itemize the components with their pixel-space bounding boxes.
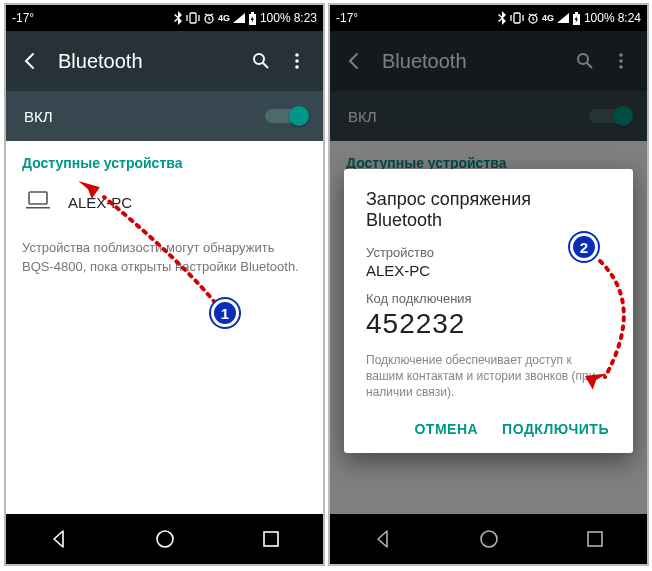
- svg-rect-10: [264, 532, 278, 546]
- svg-point-7: [295, 65, 299, 69]
- battery-icon: [248, 12, 257, 25]
- page-title: Bluetooth: [46, 50, 243, 73]
- temperature: -17°: [336, 11, 358, 25]
- svg-point-9: [157, 531, 173, 547]
- overflow-menu-button[interactable]: [279, 51, 315, 71]
- status-bar: -17° 4G 100% 8:23: [6, 5, 323, 31]
- nav-back-button[interactable]: [48, 528, 70, 550]
- bluetooth-toggle-row[interactable]: ВКЛ: [6, 91, 323, 141]
- nav-scrim: [330, 514, 647, 564]
- vibrate-icon: [510, 12, 524, 24]
- svg-rect-11: [514, 13, 520, 23]
- signal-icon: [233, 13, 245, 23]
- arrowhead-icon: [578, 365, 608, 395]
- temperature: -17°: [12, 11, 34, 25]
- svg-point-5: [295, 53, 299, 57]
- phone-screenshot-2: -17° 4G 100% 8:24 Bluetooth ВКЛ: [328, 3, 649, 566]
- clock: 8:23: [294, 11, 317, 25]
- clock: 8:24: [618, 11, 641, 25]
- back-button[interactable]: [14, 51, 46, 71]
- svg-rect-3: [251, 12, 254, 14]
- annotation-badge-1: 1: [211, 299, 239, 327]
- nav-home-button[interactable]: [154, 528, 176, 550]
- status-bar: -17° 4G 100% 8:24: [330, 5, 647, 31]
- laptop-icon: [26, 191, 50, 213]
- battery-percent: 100%: [260, 11, 291, 25]
- toggle-label: ВКЛ: [24, 108, 53, 125]
- svg-rect-0: [190, 13, 196, 23]
- alarm-icon: [203, 12, 215, 24]
- available-devices-header: Доступные устройства: [22, 155, 307, 171]
- toggle-switch[interactable]: [265, 107, 305, 125]
- battery-percent: 100%: [584, 11, 615, 25]
- alarm-icon: [527, 12, 539, 24]
- vibrate-icon: [186, 12, 200, 24]
- search-button[interactable]: [243, 51, 279, 71]
- app-bar: Bluetooth: [6, 31, 323, 91]
- dialog-title: Запрос сопряжения Bluetooth: [366, 189, 611, 231]
- battery-icon: [572, 12, 581, 25]
- signal-icon: [557, 13, 569, 23]
- connect-button[interactable]: ПОДКЛЮЧИТЬ: [502, 421, 609, 437]
- svg-point-4: [254, 54, 264, 64]
- nav-recent-button[interactable]: [261, 529, 281, 549]
- cancel-button[interactable]: ОТМЕНА: [414, 421, 478, 437]
- svg-rect-8: [29, 192, 47, 204]
- phone-screenshot-1: -17° 4G 100% 8:23 Bluetooth: [4, 3, 325, 566]
- bluetooth-icon: [497, 11, 507, 25]
- arrowhead-icon: [76, 175, 106, 205]
- network-4g-icon: 4G: [542, 13, 554, 23]
- nav-bar: [6, 514, 323, 564]
- network-4g-icon: 4G: [218, 13, 230, 23]
- bluetooth-icon: [173, 11, 183, 25]
- annotation-badge-2: 2: [570, 233, 598, 261]
- svg-point-6: [295, 59, 299, 63]
- svg-rect-14: [575, 12, 578, 14]
